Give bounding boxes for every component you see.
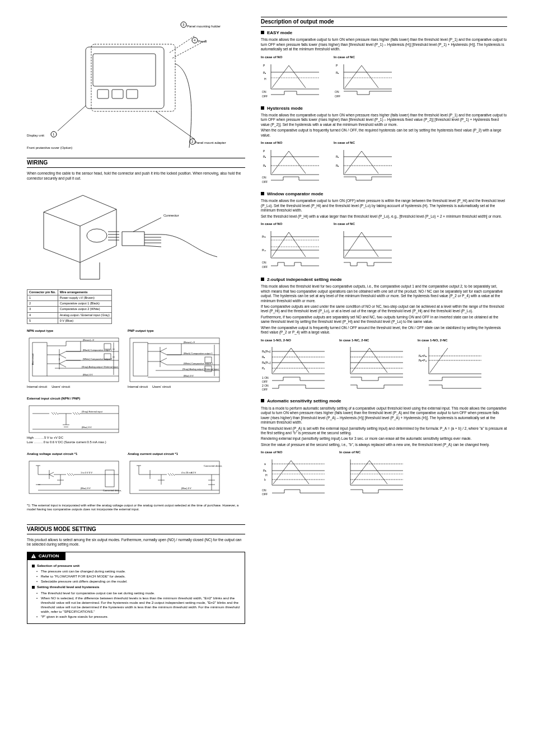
indep-mode-head: 2-output independent setting mode [261,277,507,283]
svg-text:(Gray) Analog output / Externa: (Gray) Analog output / External input [82,365,119,368]
svg-text:PLo: PLo [262,248,266,252]
svg-text:(Blue) 0 V: (Blue) 0 V [181,487,191,490]
analog-c-diagram: Analog current output circuit *1 4 to 20… [128,452,223,497]
svg-rect-28 [133,342,148,376]
svg-text:4: 4 [194,39,196,42]
hyst-chart-nc: In case of NC P₁ P₂ [334,141,395,186]
svg-text:PHi: PHi [262,235,266,238]
svg-text:P₂: P₂ [263,164,266,167]
panel-mount-illustration: Panel mounting holder Panel Panel mount … [27,19,245,154]
svg-text:(Gray) External input: (Gray) External input [82,410,103,413]
note-star1: *1: The external input is incorporated w… [27,504,245,512]
svg-text:(Blue) 0 V: (Blue) 0 V [81,487,91,490]
svg-text:PA: PA [263,469,266,472]
svg-rect-1 [93,54,156,86]
mode-setting-intro: This product allows to select among the … [27,538,245,547]
svg-text:(Brown) +V: (Brown) +V [184,341,195,344]
callout-panel-adapter: Panel mount adapter [195,141,226,144]
svg-text:ON: ON [262,90,266,93]
svg-text:P₁: P₁ [336,155,339,158]
svg-text:Main circuit: Main circuit [31,353,34,365]
auto-chart-nc: In case of NC [339,450,406,500]
left-column: Panel mounting holder Panel Panel mount … [27,16,245,628]
svg-text:P₂=P₄: P₂=P₄ [419,359,427,362]
svg-rect-36 [29,406,119,433]
wiring-text: When connecting the cable to the sensor … [27,171,245,181]
callout-panel-holder: Panel mounting holder [187,25,221,28]
window-chart-nc: In case of NC [334,222,395,271]
analog-v-diagram: Analog voltage output circuit *1 1 to 5 … [27,452,122,497]
svg-text:Connected device, etc.: Connected device, etc. [103,489,122,492]
svg-text:P: P [263,149,265,153]
svg-text:2: 2 [191,140,194,143]
svg-text:Display unit: Display unit [27,134,44,137]
svg-text:(Blue) 0 V: (Blue) 0 V [82,426,92,429]
caution-box: CAUTION Selection of pressure unit The p… [27,552,245,624]
svg-text:OFF: OFF [335,95,340,98]
indep-chart-1: In case 1-NO, 2-NO P₁(PHi) P₂ P₃(PLo) P₄ [261,339,328,393]
svg-text:3: 3 [182,23,185,26]
warning-icon [31,553,36,559]
svg-text:H: H [265,473,268,477]
svg-text:OFF: OFF [262,95,268,98]
svg-text:a: a [264,462,266,466]
svg-point-16 [87,229,107,242]
svg-text:H: H [264,77,266,81]
easy-mode-head: EASY mode [261,30,507,36]
svg-text:b: b [264,478,266,481]
svg-text:(Black) Comparative output 1: (Black) Comparative output 1 [83,349,113,351]
svg-rect-2 [97,90,109,98]
svg-rect-27 [130,338,219,382]
svg-rect-4 [127,90,138,98]
svg-text:P₂: P₂ [262,355,265,359]
svg-text:ON: ON [262,261,266,264]
svg-text:1: 1 [53,133,55,136]
svg-text:OFF: OFF [262,380,268,383]
svg-rect-48 [34,555,34,557]
svg-text:ON: ON [335,90,339,93]
indep-chart-3: In case 1-NO, 2-NC P₁=P₃ P₂=P₄ [418,339,485,393]
svg-text:P₁: P₁ [263,155,266,158]
svg-text:OFF: OFF [262,492,268,496]
svg-text:4 to 20 mA 0 V: 4 to 20 mA 0 V [181,471,196,474]
svg-text:OFF: OFF [262,388,268,391]
svg-text:1 ON: 1 ON [262,376,269,379]
svg-text:(Blue) 0 V: (Blue) 0 V [184,374,194,377]
pnp-diagram: PNP output type [128,329,223,389]
wiring-heading: WIRING [27,159,245,166]
svg-text:P₁: P₁ [336,71,339,74]
svg-rect-49 [34,557,34,558]
auto-chart-no: In case of NO a PA H b ON [261,450,328,500]
svg-text:(Black) Comparative output 1: (Black) Comparative output 1 [184,352,213,355]
npn-diagram: NPN output type [27,329,122,389]
svg-text:(Blue) 0 V: (Blue) 0 V [83,373,93,376]
svg-text:(White) Comparative output 2: (White) Comparative output 2 [83,358,113,360]
callout-connector: Connector [163,214,179,217]
hyst-chart-no: In case of NO P P₁ P₂ ON OFF [261,141,322,186]
svg-text:P₂: P₂ [336,164,339,167]
svg-rect-18 [32,342,47,376]
svg-text:P₁(PHi): P₁(PHi) [262,350,271,353]
connector-illustration: Connector [27,184,245,286]
right-column: Description of output mode EASY mode Thi… [261,16,507,628]
callout-panel: Panel [198,40,207,43]
window-mode-head: Window comparator mode [261,191,507,197]
svg-text:1 to 5 V 0 V: 1 to 5 V 0 V [81,471,92,474]
easy-mode-text: This mode allows the comparative output … [261,37,507,51]
hyst-mode-head: Hysteresis mode [261,106,507,111]
svg-text:Connected device, etc.: Connected device, etc. [204,464,223,467]
output-mode-heading: Description of output mode [261,18,507,25]
svg-rect-40 [105,470,114,487]
svg-text:(White) Comparative output 2: (White) Comparative output 2 [184,362,213,365]
svg-text:P₁=P₃: P₁=P₃ [419,354,427,358]
easy-chart-nc: In case of NC P P₁ ON OFF [334,55,395,100]
svg-rect-0 [86,47,164,109]
window-chart-no: In case of NO PHi PLo ON OFF [261,222,322,271]
svg-text:P₁: P₁ [263,71,266,74]
ext-input-diagram: External input circuit (NPN / PNP) (Gray… [27,397,241,444]
svg-text:ON: ON [262,176,266,179]
easy-chart-no: In case of NO P P₁ H ON OFF [261,55,322,100]
svg-rect-5 [91,44,175,111]
svg-text:P: P [336,64,338,67]
svg-text:(Gray) Analog output / Externa: (Gray) Analog output / External input [182,368,219,370]
